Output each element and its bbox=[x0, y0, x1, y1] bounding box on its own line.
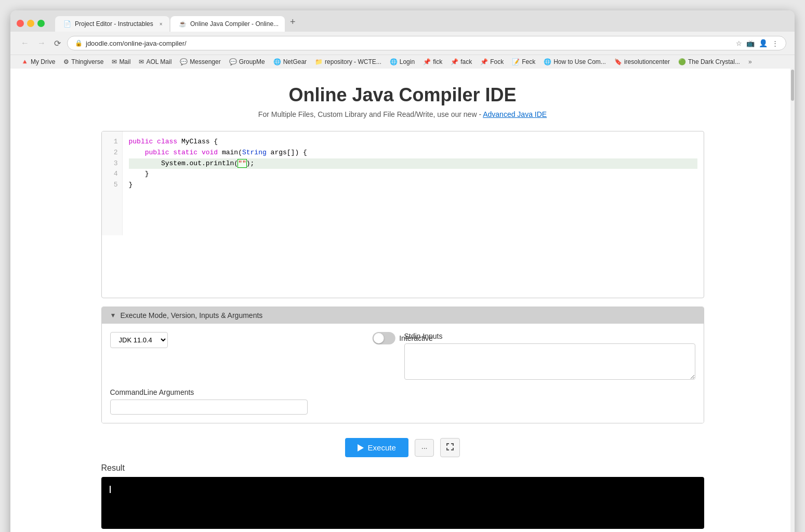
bookmark-label-login: Login bbox=[400, 58, 415, 65]
tabs-bar: 📄 Project Editor - Instructables × ☕ Onl… bbox=[51, 15, 795, 32]
tab-close-1[interactable]: × bbox=[157, 20, 165, 28]
jdk-section: JDK 11.0.4 JDK 8 JDK 14 bbox=[110, 332, 168, 348]
profile-icon[interactable]: 👤 bbox=[759, 39, 768, 47]
bookmark-my-drive[interactable]: 🔺 My Drive bbox=[19, 57, 57, 66]
bookmark-groupme[interactable]: 💬 GroupMe bbox=[227, 57, 267, 66]
address-text: jdoodle.com/online-java-compiler/ bbox=[86, 39, 729, 47]
interactive-toggle[interactable] bbox=[372, 332, 395, 344]
iresolution-icon: 🔖 bbox=[614, 58, 622, 65]
execute-button[interactable]: Execute bbox=[345, 438, 408, 457]
code-editor[interactable]: public class MyClass { public static voi… bbox=[123, 131, 704, 235]
bookmark-label-fack: fack bbox=[460, 58, 472, 65]
scrollbar-track[interactable] bbox=[790, 69, 795, 532]
minimize-traffic-light[interactable] bbox=[27, 20, 34, 27]
bookmark-dark-crystal[interactable]: 🟢 The Dark Crystal... bbox=[676, 57, 742, 66]
maximize-traffic-light[interactable] bbox=[37, 20, 45, 27]
fack-icon: 📌 bbox=[451, 58, 458, 65]
address-bar-row: ← → ⟳ 🔒 jdoodle.com/online-java-compiler… bbox=[10, 32, 795, 55]
tab-favicon-2: ☕ bbox=[179, 20, 186, 28]
tab-favicon-1: 📄 bbox=[63, 20, 71, 28]
code-line-5: } bbox=[129, 180, 697, 191]
dark-crystal-icon: 🟢 bbox=[678, 58, 686, 65]
jdk-version-select[interactable]: JDK 11.0.4 JDK 8 JDK 14 bbox=[110, 332, 168, 348]
bookmark-mail[interactable]: ✉ Mail bbox=[110, 57, 133, 66]
code-line-3: System.out.println(""); bbox=[129, 158, 697, 169]
thingiverse-icon: ⚙ bbox=[63, 58, 69, 65]
forward-button[interactable]: → bbox=[35, 36, 48, 50]
tab-java-compiler[interactable]: ☕ Online Java Compiler - Online... × bbox=[170, 16, 285, 32]
line-number-4: 4 bbox=[106, 169, 118, 180]
stdin-label: Stdin Inputs bbox=[404, 332, 695, 340]
bookmark-label-how-to-use: How to Use Com... bbox=[553, 58, 606, 65]
bookmark-fock[interactable]: 📌 Fock bbox=[478, 57, 506, 66]
settings-icon[interactable]: ⋮ bbox=[772, 39, 778, 47]
code-line-1: public class MyClass { bbox=[129, 137, 697, 148]
button-row: Execute ··· bbox=[101, 432, 704, 463]
repository-icon: 📁 bbox=[315, 58, 323, 65]
bookmark-star-icon[interactable]: ☆ bbox=[736, 39, 742, 47]
expand-icon bbox=[446, 443, 454, 451]
bookmark-label-netgear: NetGear bbox=[283, 58, 307, 65]
bookmark-login[interactable]: 🌐 Login bbox=[388, 57, 417, 66]
execute-button-label: Execute bbox=[368, 443, 396, 452]
browser-window: 📄 Project Editor - Instructables × ☕ Onl… bbox=[10, 10, 795, 532]
bookmark-label-thingiverse: Thingiverse bbox=[71, 58, 103, 65]
netgear-icon: 🌐 bbox=[273, 58, 281, 65]
editor-empty-space bbox=[102, 235, 704, 298]
advanced-ide-link[interactable]: Advanced Java IDE bbox=[483, 110, 547, 118]
collapse-icon: ▼ bbox=[110, 312, 116, 319]
bookmark-how-to-use[interactable]: 🌐 How to Use Com... bbox=[542, 57, 608, 66]
reload-button[interactable]: ⟳ bbox=[52, 36, 63, 50]
close-traffic-light[interactable] bbox=[17, 20, 24, 27]
line-number-1: 1 bbox=[106, 137, 118, 148]
title-bar: 📄 Project Editor - Instructables × ☕ Onl… bbox=[10, 10, 795, 32]
bookmark-fack[interactable]: 📌 fack bbox=[448, 57, 474, 66]
bookmark-fick[interactable]: 📌 fick bbox=[421, 57, 444, 66]
back-button[interactable]: ← bbox=[19, 36, 31, 50]
bookmark-netgear[interactable]: 🌐 NetGear bbox=[271, 57, 309, 66]
bookmark-messenger[interactable]: 💬 Messenger bbox=[178, 57, 222, 66]
tab-label-1: Project Editor - Instructables bbox=[75, 20, 153, 28]
new-tab-button[interactable]: + bbox=[286, 15, 300, 30]
expand-button[interactable] bbox=[440, 438, 460, 457]
subtitle-text: For Multiple Files, Custom Library and F… bbox=[258, 110, 481, 118]
page-subtitle: For Multiple Files, Custom Library and F… bbox=[101, 110, 704, 118]
result-label: Result bbox=[101, 463, 704, 473]
line-number-3: 3 bbox=[106, 158, 118, 169]
cast-icon[interactable]: 📺 bbox=[746, 39, 755, 47]
bookmarks-overflow[interactable]: » bbox=[748, 58, 752, 65]
scrollbar-thumb[interactable] bbox=[791, 70, 794, 101]
execute-body: JDK 11.0.4 JDK 8 JDK 14 Interactive bbox=[102, 324, 704, 423]
bookmark-label-mail: Mail bbox=[119, 58, 130, 65]
bookmark-iresolution[interactable]: 🔖 iresolutioncenter bbox=[612, 57, 672, 66]
mail-icon: ✉ bbox=[112, 58, 117, 65]
bookmark-label-iresolution: iresolutioncenter bbox=[624, 58, 670, 65]
page-title: Online Java Compiler IDE bbox=[101, 84, 704, 106]
fock-icon: 📌 bbox=[480, 58, 488, 65]
how-to-use-icon: 🌐 bbox=[544, 58, 551, 65]
result-cursor bbox=[110, 486, 111, 493]
bookmark-feck[interactable]: 📝 Feck bbox=[510, 57, 537, 66]
bookmark-repository[interactable]: 📁 repository - WCTE... bbox=[313, 57, 384, 66]
bookmark-aol-mail[interactable]: ✉ AOL Mail bbox=[137, 57, 174, 66]
code-editor-container: 1 2 3 4 5 public class MyClass { public … bbox=[101, 131, 704, 298]
traffic-lights bbox=[10, 20, 51, 27]
my-drive-icon: 🔺 bbox=[21, 58, 29, 65]
cmdline-input[interactable] bbox=[110, 400, 308, 415]
groupme-icon: 💬 bbox=[229, 58, 237, 65]
lock-icon: 🔒 bbox=[75, 39, 83, 47]
execute-controls-row: JDK 11.0.4 JDK 8 JDK 14 Interactive bbox=[110, 332, 695, 382]
execute-header[interactable]: ▼ Execute Mode, Version, Inputs & Argume… bbox=[102, 307, 704, 324]
more-options-button[interactable]: ··· bbox=[415, 439, 434, 457]
bookmark-label-dark-crystal: The Dark Crystal... bbox=[688, 58, 740, 65]
result-output bbox=[101, 477, 704, 529]
bookmark-thingiverse[interactable]: ⚙ Thingiverse bbox=[61, 57, 105, 66]
address-bar[interactable]: 🔒 jdoodle.com/online-java-compiler/ ☆ 📺 … bbox=[67, 36, 786, 50]
bookmark-label-aol-mail: AOL Mail bbox=[146, 58, 171, 65]
bookmark-label-messenger: Messenger bbox=[190, 58, 220, 65]
tab-project-editor[interactable]: 📄 Project Editor - Instructables × bbox=[55, 16, 169, 32]
line-numbers: 1 2 3 4 5 bbox=[102, 131, 123, 235]
stdin-textarea[interactable] bbox=[404, 343, 695, 380]
tab-close-2[interactable]: × bbox=[283, 20, 285, 28]
cmdline-label: CommandLine Arguments bbox=[110, 388, 695, 396]
